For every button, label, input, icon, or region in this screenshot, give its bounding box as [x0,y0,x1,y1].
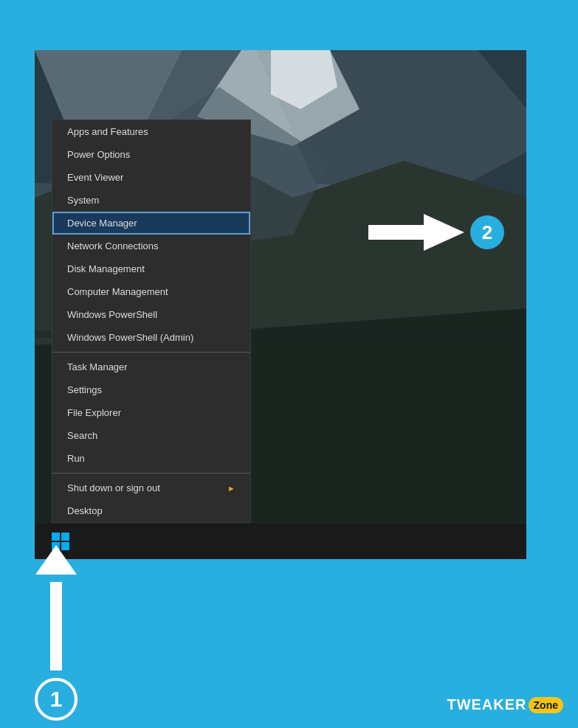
arrow-up-shaft-icon [50,582,62,670]
context-menu: Apps and Features Power Options Event Vi… [52,119,251,523]
annotation-1-group: 1 [35,545,78,728]
tweaker-zone-logo: TWEAKER Zone [447,696,563,713]
arrow-2-icon [368,214,464,251]
menu-divider-2 [52,473,250,474]
menu-item-computer-management[interactable]: Computer Management [52,280,250,303]
menu-item-apps-features[interactable]: Apps and Features [52,120,250,143]
menu-item-task-manager[interactable]: Task Manager [52,356,250,378]
menu-item-search[interactable]: Search [52,424,250,447]
menu-item-shutdown-signout[interactable]: Shut down or sign out ► [52,476,250,499]
arrow-up-head-icon [35,545,77,575]
menu-item-settings[interactable]: Settings [52,378,250,401]
step-1-badge: 1 [35,678,78,721]
annotation-2-group: 2 [368,214,504,251]
menu-item-event-viewer[interactable]: Event Viewer [52,166,250,189]
menu-item-windows-powershell-admin[interactable]: Windows PowerShell (Admin) [52,326,250,349]
screen-window: Apps and Features Power Options Event Vi… [35,50,526,559]
menu-item-device-manager[interactable]: Device Manager [52,212,250,235]
menu-item-windows-powershell[interactable]: Windows PowerShell [52,303,250,326]
menu-item-file-explorer[interactable]: File Explorer [52,401,250,424]
menu-item-run[interactable]: Run [52,447,250,470]
menu-item-system[interactable]: System [52,189,250,212]
step-2-badge: 2 [470,215,504,249]
zone-badge: Zone [529,697,563,713]
menu-item-disk-management[interactable]: Disk Management [52,257,250,280]
submenu-arrow-icon: ► [227,484,235,493]
menu-item-network-connections[interactable]: Network Connections [52,235,250,257]
svg-marker-11 [368,214,464,251]
tweaker-text: TWEAKER [447,696,526,713]
menu-item-power-options[interactable]: Power Options [52,143,250,166]
taskbar [35,524,526,559]
menu-item-desktop[interactable]: Desktop [52,499,250,522]
menu-divider-1 [52,352,250,353]
